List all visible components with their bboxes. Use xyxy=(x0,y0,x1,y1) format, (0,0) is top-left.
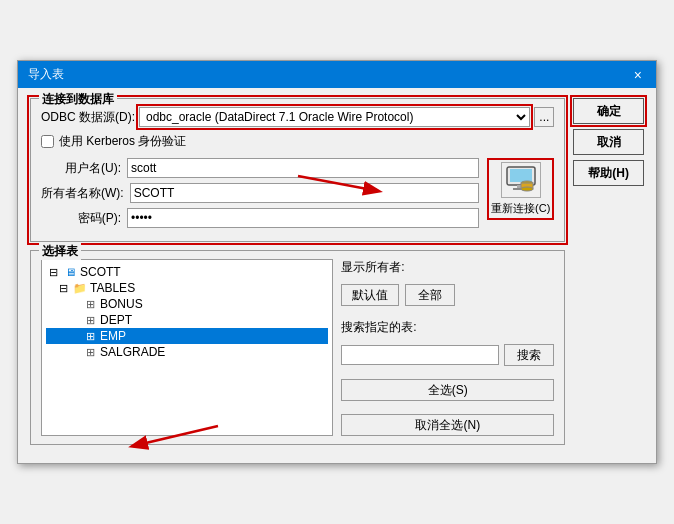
table-icon-bonus: ⊞ xyxy=(83,298,97,311)
tree-label-bonus: BONUS xyxy=(100,297,143,311)
right-panel: 显示所有者: 默认值 全部 搜索指定的表: 搜索 全选(S) 取消全选(N) xyxy=(341,259,554,436)
dialog-body: 连接到数据库 ODBC 数据源(D): odbc_oracle (DataDir… xyxy=(18,88,656,463)
connect-section-title: 连接到数据库 xyxy=(39,91,117,108)
table-icon-dept: ⊞ xyxy=(83,314,97,327)
bottom-section: ⊟ 🖥 SCOTT ⊟ 📁 TABLES xyxy=(41,259,554,436)
action-buttons: 确定 取消 帮助(H) xyxy=(573,98,644,453)
odbc-select[interactable]: odbc_oracle (DataDirect 7.1 Oracle Wire … xyxy=(139,107,530,127)
reconnect-icon[interactable] xyxy=(501,162,541,198)
kerberos-checkbox[interactable] xyxy=(41,135,54,148)
cancel-all-btn[interactable]: 取消全选(N) xyxy=(341,414,554,436)
db-icon: 🖥 xyxy=(63,266,77,278)
tree-panel[interactable]: ⊟ 🖥 SCOTT ⊟ 📁 TABLES xyxy=(41,259,333,436)
show-owner-label: 显示所有者: xyxy=(341,259,404,276)
tree-item-scott[interactable]: ⊟ 🖥 SCOTT xyxy=(46,264,328,280)
username-input[interactable] xyxy=(127,158,479,178)
kerberos-label: 使用 Kerberos 身份验证 xyxy=(59,133,186,150)
left-panel: 连接到数据库 ODBC 数据源(D): odbc_oracle (DataDir… xyxy=(30,98,565,453)
odbc-row: ODBC 数据源(D): odbc_oracle (DataDirect 7.1… xyxy=(41,107,554,127)
tree-item-salgrade[interactable]: ⊞ SALGRADE xyxy=(46,344,328,360)
tree-item-dept[interactable]: ⊞ DEPT xyxy=(46,312,328,328)
reconnect-area: 重新连接(C) xyxy=(487,158,554,220)
password-label: 密码(P): xyxy=(41,210,121,227)
tree-item-tables[interactable]: ⊟ 📁 TABLES xyxy=(46,280,328,296)
folder-icon-tables: 📁 xyxy=(73,282,87,295)
expand-icon: ⊟ xyxy=(46,266,60,279)
svg-rect-1 xyxy=(510,169,532,182)
help-button[interactable]: 帮助(H) xyxy=(573,160,644,186)
show-owner-row: 显示所有者: xyxy=(341,259,554,276)
expand-icon-tables: ⊟ xyxy=(56,282,70,295)
fields-area: 用户名(U): 所有者名称(W): 密码(P): xyxy=(41,158,479,233)
reconnect-label: 重新连接(C) xyxy=(491,201,550,216)
dialog-title: 导入表 xyxy=(28,66,64,83)
reconnect-svg xyxy=(505,165,537,195)
table-section-title: 选择表 xyxy=(39,243,81,260)
table-section: 选择表 ⊟ 🖥 SCOTT ⊟ 📁 xyxy=(30,250,565,445)
table-icon-emp: ⊞ xyxy=(83,330,97,343)
titlebar: 导入表 × xyxy=(18,61,656,88)
tree-label-scott: SCOTT xyxy=(80,265,121,279)
import-table-dialog: 导入表 × 连接到数据库 ODBC 数据源(D): odbc_oracle (D… xyxy=(17,60,657,464)
owner-row: 所有者名称(W): xyxy=(41,183,479,203)
tree-label-tables: TABLES xyxy=(90,281,135,295)
svg-point-6 xyxy=(521,187,533,191)
default-btn[interactable]: 默认值 xyxy=(341,284,399,306)
tree-item-bonus[interactable]: ⊞ BONUS xyxy=(46,296,328,312)
close-button[interactable]: × xyxy=(630,67,646,83)
tree-label-dept: DEPT xyxy=(100,313,132,327)
search-label: 搜索指定的表: xyxy=(341,319,554,336)
search-btn[interactable]: 搜索 xyxy=(504,344,554,366)
owner-label: 所有者名称(W): xyxy=(41,185,124,202)
owner-input[interactable] xyxy=(130,183,479,203)
all-btn[interactable]: 全部 xyxy=(405,284,455,306)
tree-label-salgrade: SALGRADE xyxy=(100,345,165,359)
kerberos-row: 使用 Kerberos 身份验证 xyxy=(41,133,554,150)
select-all-btn[interactable]: 全选(S) xyxy=(341,379,554,401)
username-label: 用户名(U): xyxy=(41,160,121,177)
password-row: 密码(P): xyxy=(41,208,479,228)
tree-item-emp[interactable]: ⊞ EMP xyxy=(46,328,328,344)
password-input[interactable] xyxy=(127,208,479,228)
table-icon-salgrade: ⊞ xyxy=(83,346,97,359)
search-row: 搜索 xyxy=(341,344,554,366)
connect-area: 用户名(U): 所有者名称(W): 密码(P): xyxy=(41,158,554,233)
tree-label-emp: EMP xyxy=(100,329,126,343)
cancel-button[interactable]: 取消 xyxy=(573,129,644,155)
odbc-label: ODBC 数据源(D): xyxy=(41,109,135,126)
owner-buttons-row: 默认值 全部 xyxy=(341,284,554,306)
connect-section: 连接到数据库 ODBC 数据源(D): odbc_oracle (DataDir… xyxy=(30,98,565,242)
odbc-browse-button[interactable]: ... xyxy=(534,107,554,127)
username-row: 用户名(U): xyxy=(41,158,479,178)
confirm-button[interactable]: 确定 xyxy=(573,98,644,124)
search-input[interactable] xyxy=(341,345,499,365)
